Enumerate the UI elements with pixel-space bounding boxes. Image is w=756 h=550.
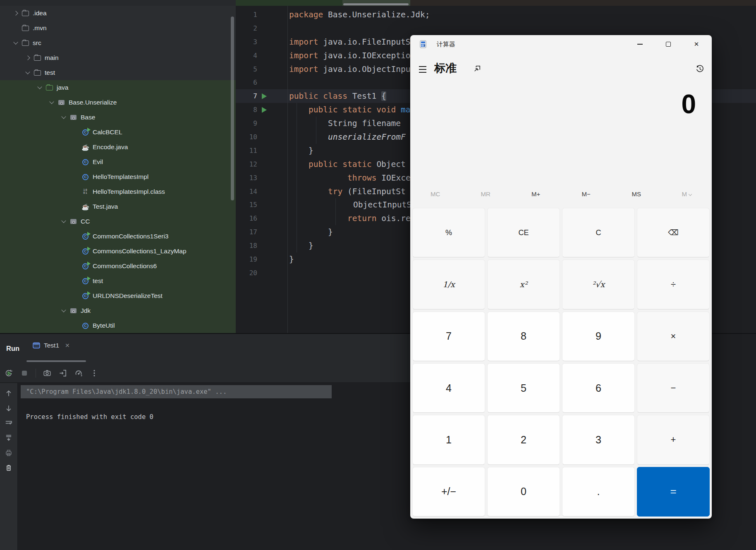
calc-key-⌫[interactable]: ⌫: [637, 208, 710, 257]
run-gutter-icon[interactable]: [262, 93, 267, 99]
tree-scrollbar[interactable]: [231, 17, 234, 200]
prev-occurrence-button[interactable]: [4, 389, 13, 398]
calc-key-1/x[interactable]: 1/x: [412, 260, 485, 309]
calc-key-9[interactable]: 9: [562, 312, 635, 361]
tree-item-base-unserialize[interactable]: Base.Unserialize: [0, 95, 236, 110]
memory-button-mc[interactable]: MC: [410, 190, 461, 198]
tree-item-label: Base.Unserialize: [69, 99, 117, 106]
project-tree-panel: .idea.mvnsrcmaintestjavaBase.Unserialize…: [0, 6, 236, 333]
tree-item-calcbcel[interactable]: CCalcBCEL: [0, 125, 236, 140]
stop-button[interactable]: [19, 368, 30, 379]
calc-key-6[interactable]: 6: [562, 363, 635, 413]
tree-item-commonscollections6[interactable]: CCommonsCollections6: [0, 259, 236, 274]
memory-button-ms[interactable]: MS: [611, 190, 662, 198]
calc-key-x²[interactable]: x²: [487, 260, 560, 309]
tree-item-byteutil[interactable]: CByteUtil: [0, 318, 236, 333]
calc-key-²√x[interactable]: ²√x: [562, 260, 635, 309]
class-icon: C: [81, 173, 89, 181]
memory-button-m+[interactable]: M+: [511, 190, 561, 198]
history-icon[interactable]: [695, 64, 704, 73]
calc-key-+[interactable]: +: [637, 415, 710, 464]
more-options-kebab-icon[interactable]: [89, 368, 100, 379]
calculator-app-icon: [419, 40, 428, 49]
tree-item-test-java[interactable]: ☕Test.java: [0, 199, 236, 214]
tree-item--mvn[interactable]: .mvn: [0, 21, 236, 36]
tree-item-hellotemplatesimpl[interactable]: CHelloTemplatesImpl: [0, 169, 236, 184]
import-test-result-button[interactable]: [57, 368, 68, 379]
chevron-down-icon[interactable]: [13, 40, 18, 44]
memory-button-mr[interactable]: MR: [461, 190, 511, 198]
screen: .idea.mvnsrcmaintestjavaBase.Unserialize…: [0, 0, 756, 550]
chevron-right-icon[interactable]: [25, 55, 30, 60]
tree-item-java[interactable]: java: [0, 80, 236, 95]
tree-item-label: CommonsCollections6: [93, 262, 157, 270]
line-number: 6: [236, 79, 257, 86]
tree-item-cc[interactable]: CC: [0, 214, 236, 229]
tree-item-test[interactable]: Ctest: [0, 274, 236, 288]
tree-item-test[interactable]: test: [0, 65, 236, 80]
screenshot-button[interactable]: [42, 368, 53, 379]
calculator-titlebar[interactable]: 计算器 ✕: [410, 35, 712, 53]
tree-item-jdk[interactable]: Jdk: [0, 303, 236, 318]
tree-item-base[interactable]: Base: [0, 110, 236, 125]
calc-key-=[interactable]: =: [637, 467, 710, 517]
run-gutter-icon[interactable]: [262, 107, 267, 113]
rerun-button[interactable]: [3, 368, 14, 379]
test-history-button[interactable]: [73, 368, 84, 379]
scroll-to-end-button[interactable]: [4, 433, 13, 443]
horizontal-scrollbar[interactable]: [343, 3, 409, 5]
maximize-button[interactable]: [659, 35, 678, 53]
chevron-down-icon[interactable]: [61, 218, 66, 223]
calc-key-.[interactable]: .: [562, 467, 635, 517]
chevron-down-icon[interactable]: [61, 114, 66, 119]
calc-key-C[interactable]: C: [562, 208, 635, 257]
run-tab-test1[interactable]: Test1 ✕: [32, 341, 70, 350]
minimize-button[interactable]: [630, 35, 649, 53]
close-tab-icon[interactable]: ✕: [65, 342, 70, 349]
calc-key-×[interactable]: ×: [637, 312, 710, 361]
line-number: 4: [236, 52, 257, 60]
calc-key-1[interactable]: 1: [412, 415, 485, 464]
soft-wrap-button[interactable]: [4, 419, 13, 428]
calculator-mode-label: 标准: [434, 61, 457, 76]
tree-item--idea[interactable]: .idea: [0, 6, 236, 21]
calc-key-÷[interactable]: ÷: [637, 260, 710, 309]
calc-key-7[interactable]: 7: [412, 312, 485, 361]
tree-item-urldnsdeserializetest[interactable]: CURLDNSDeserializeTest: [0, 288, 236, 303]
close-button[interactable]: ✕: [687, 35, 706, 53]
tree-item-commoncollections1seri3[interactable]: CCommonCollections1Seri3: [0, 229, 236, 244]
calc-key-−[interactable]: −: [637, 363, 710, 413]
tree-item-evil[interactable]: CEvil: [0, 155, 236, 169]
calc-key-2[interactable]: 2: [487, 415, 560, 464]
tree-item-main[interactable]: main: [0, 50, 236, 65]
calc-key-4[interactable]: 4: [412, 363, 485, 413]
tree-item-hellotemplatesimpl-class[interactable]: 1001HelloTemplatesImpl.class: [0, 184, 236, 199]
run-panel-title: Run: [6, 345, 19, 352]
clear-console-trash-button[interactable]: [4, 463, 13, 472]
memory-button-m−[interactable]: M−: [561, 190, 612, 198]
keep-on-top-icon[interactable]: [473, 64, 482, 73]
calc-key-8[interactable]: 8: [487, 312, 560, 361]
calc-key-3[interactable]: 3: [562, 415, 635, 464]
tree-item-encode-java[interactable]: ☕Encode.java: [0, 140, 236, 155]
tree-item-commonscollections1-lazymap[interactable]: CCommonsCollections1_LazyMap: [0, 244, 236, 259]
calc-key-5[interactable]: 5: [487, 363, 560, 413]
console-tab-icon: [32, 341, 41, 350]
calc-key-%[interactable]: %: [412, 208, 485, 257]
chevron-down-icon[interactable]: [25, 69, 30, 74]
print-button[interactable]: [4, 448, 13, 457]
memory-button-m[interactable]: M: [662, 190, 712, 198]
next-occurrence-button[interactable]: [4, 404, 13, 413]
chevron-right-icon[interactable]: [13, 11, 18, 15]
calc-key-+/−[interactable]: +/−: [412, 467, 485, 517]
class-icon: C: [81, 322, 89, 329]
chevron-down-icon[interactable]: [61, 307, 66, 312]
tree-item-src[interactable]: src: [0, 36, 236, 50]
folder-icon: [22, 24, 29, 32]
chevron-down-icon[interactable]: [49, 99, 54, 104]
hamburger-menu-icon[interactable]: [419, 66, 430, 75]
line-number: 3: [236, 38, 257, 46]
calc-key-CE[interactable]: CE: [487, 208, 560, 257]
chevron-down-icon[interactable]: [37, 84, 42, 89]
calc-key-0[interactable]: 0: [487, 467, 560, 517]
